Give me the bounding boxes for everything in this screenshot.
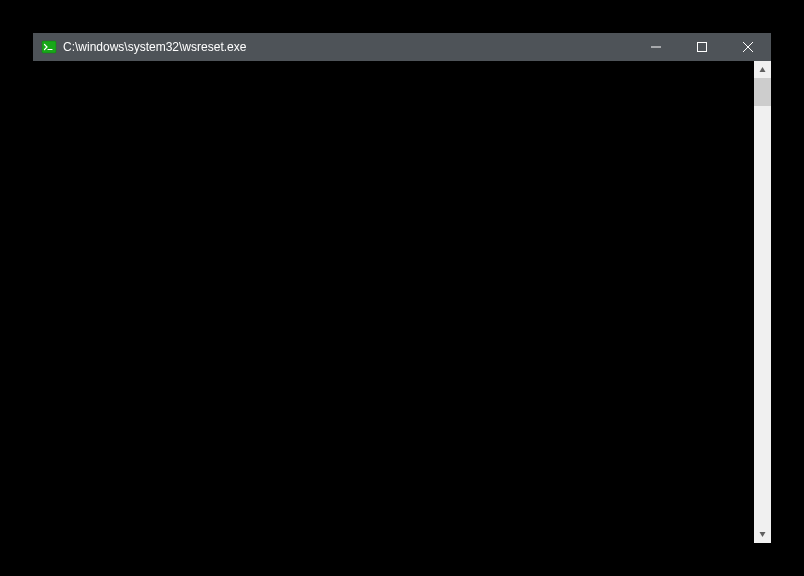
close-button[interactable]	[725, 33, 771, 61]
terminal-window: C:\windows\system32\wsreset.exe	[33, 33, 771, 543]
maximize-button[interactable]	[679, 33, 725, 61]
window-controls	[633, 33, 771, 61]
scroll-down-button[interactable]	[754, 526, 771, 543]
terminal-icon	[41, 39, 57, 55]
content-area	[33, 61, 771, 543]
svg-rect-0	[42, 41, 56, 53]
window-title: C:\windows\system32\wsreset.exe	[63, 33, 246, 61]
vertical-scrollbar[interactable]	[754, 61, 771, 543]
scroll-up-button[interactable]	[754, 61, 771, 78]
svg-rect-3	[698, 43, 707, 52]
svg-marker-7	[760, 532, 766, 537]
minimize-button[interactable]	[633, 33, 679, 61]
svg-marker-6	[760, 67, 766, 72]
titlebar[interactable]: C:\windows\system32\wsreset.exe	[33, 33, 771, 61]
scroll-track[interactable]	[754, 78, 771, 526]
scroll-thumb[interactable]	[754, 78, 771, 106]
terminal-output[interactable]	[33, 61, 754, 543]
